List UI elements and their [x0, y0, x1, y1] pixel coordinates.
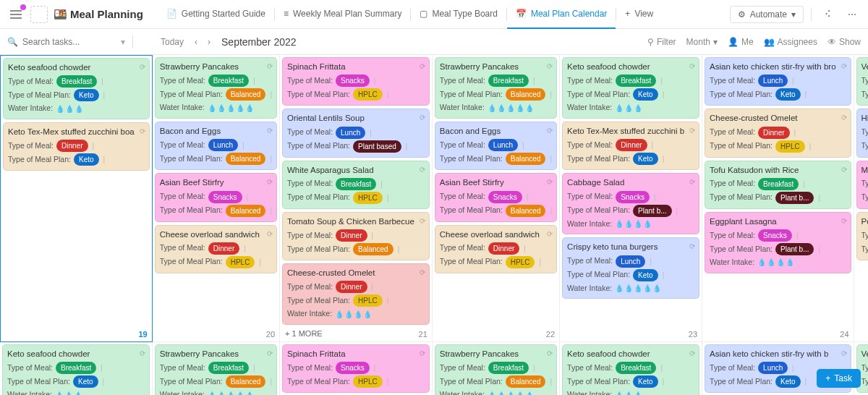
- assignees-button[interactable]: 👥Assignees: [764, 37, 817, 47]
- new-task-button[interactable]: + Task: [817, 369, 861, 388]
- today-button[interactable]: Today: [155, 35, 190, 48]
- card-title: Strawberry Pancakes: [160, 348, 272, 360]
- sync-icon: ⟳: [420, 267, 425, 278]
- calendar-day[interactable]: ⟳Strawberry PancakesType of Meal:Breakfa…: [433, 342, 560, 395]
- show-button[interactable]: 👁Show: [827, 37, 861, 47]
- meal-card[interactable]: ⟳Veggie keto scrambleType of Meal:Breakf…: [856, 57, 868, 106]
- water-drop-icon: 💧: [786, 257, 794, 268]
- tab-weekly-meal-plan-summary[interactable]: ≡Weekly Meal Plan Summary: [275, 0, 411, 29]
- meal-type-pill: Breakfast: [208, 362, 249, 374]
- tab-view[interactable]: +View: [616, 0, 662, 29]
- field-label: Type of Meal:: [861, 75, 868, 87]
- separator: |: [663, 153, 665, 164]
- meal-card[interactable]: ⟳Strawberry PancakesType of Meal:Breakfa…: [155, 57, 277, 119]
- meal-card[interactable]: ⟳Pork Chop & Green BeansType of Meal:Din…: [856, 212, 868, 260]
- meal-card[interactable]: ⟳Strawberry PancakesType of Meal:Breakfa…: [435, 57, 557, 119]
- meal-card[interactable]: ⟳Bacon and EggsType of Meal:Lunch|Type o…: [435, 122, 557, 170]
- robot-icon: ⚙: [738, 9, 746, 20]
- separator: |: [270, 153, 272, 164]
- field-label: Type of Meal:: [710, 362, 755, 374]
- separator: |: [660, 75, 663, 86]
- more-link[interactable]: + 1 MORE: [282, 328, 430, 339]
- calendar-day[interactable]: ⟳Strawberry PancakesType of Meal:Breakfa…: [433, 55, 560, 342]
- separator: |: [398, 244, 400, 255]
- meal-card[interactable]: ⟳Asian keto chicken stir-fry with broTyp…: [705, 57, 851, 106]
- field-label: Type of Meal Plan:: [160, 89, 223, 101]
- tab-getting-started-guide[interactable]: 📄Getting Started Guide: [158, 0, 274, 29]
- meal-card[interactable]: ⟳Tomato Soup & Chicken BarbecueType of M…: [282, 212, 430, 260]
- month-view-button[interactable]: Month ▾: [686, 37, 718, 47]
- me-button[interactable]: 👤Me: [728, 37, 754, 47]
- field-label: Type of Meal:: [8, 140, 54, 152]
- meal-card[interactable]: ⟳High Protein Cobb SaladType of Meal:Lun…: [856, 109, 868, 157]
- tab-meal-type-board[interactable]: ▢Meal Type Board: [411, 0, 506, 29]
- calendar-day[interactable]: ⟳Strawberry PancakesType of Meal:Breakfa…: [153, 55, 280, 342]
- plus-icon: +: [625, 9, 630, 19]
- next-icon[interactable]: ›: [203, 35, 216, 48]
- meal-type-pill: Lunch: [758, 362, 788, 374]
- meal-card[interactable]: ⟳White Asparagus SaladType of Meal:Break…: [282, 161, 430, 209]
- water-drop-icon: 💧: [65, 103, 74, 114]
- meal-card[interactable]: ⟳Tofu Katsudon with RiceType of Meal:Bre…: [705, 161, 851, 209]
- view-icon: ▢: [420, 9, 427, 19]
- menu-icon[interactable]: [7, 6, 25, 23]
- meal-card[interactable]: ⟳Bacon and EggsType of Meal:Lunch|Type o…: [155, 122, 277, 170]
- meal-card[interactable]: ⟳Keto seafood chowderType of Meal:Breakf…: [3, 58, 150, 119]
- separator: |: [242, 140, 244, 150]
- sync-icon: ⟳: [547, 61, 553, 72]
- water-drop-icon: 💧: [776, 257, 785, 268]
- meal-plan-pill: Keto: [633, 88, 658, 101]
- meal-card[interactable]: ⟳Cabbage SaladType of Meal:Snacks|Type o…: [562, 173, 699, 234]
- meal-card[interactable]: ⟳Spinach FrittataType of Meal:Snacks|Typ…: [282, 344, 430, 393]
- calendar-day[interactable]: ⟳Strawberry PancakesType of Meal:Breakfa…: [153, 342, 280, 395]
- tab-meal-plan-calendar[interactable]: 📅Meal Plan Calendar: [507, 0, 616, 29]
- meal-card[interactable]: ⟳Oriental Lentils SoupType of Meal:Lunch…: [282, 109, 430, 157]
- meal-card[interactable]: ⟳Crispy keto tuna burgersType of Meal:Lu…: [562, 237, 699, 299]
- filter-button[interactable]: ⚲Filter: [647, 37, 676, 47]
- meal-card[interactable]: ⟳Strawberry PancakesType of Meal:Breakfa…: [155, 344, 277, 395]
- meal-card[interactable]: ⟳Keto Tex-Mex stuffed zucchini boaType o…: [3, 122, 150, 171]
- calendar-day[interactable]: ⟳Asian keto chicken stir-fry with broTyp…: [702, 55, 854, 342]
- meal-card[interactable]: ⟳Mushroom Soup with Garlic BreType of Me…: [856, 161, 868, 209]
- calendar-day[interactable]: ⟳Keto seafood chowderType of Meal:Breakf…: [0, 342, 153, 395]
- meal-type-pill: Snacks: [616, 191, 650, 203]
- calendar-day[interactable]: ⟳Keto seafood chowderType of Meal:Breakf…: [0, 55, 153, 342]
- meal-card[interactable]: ⟳Cheese-crusted OmeletType of Meal:Dinne…: [705, 109, 851, 157]
- view-tabs: 📄Getting Started Guide≡Weekly Meal Plan …: [158, 0, 730, 29]
- field-label: Type of Meal Plan:: [861, 376, 868, 388]
- toolbar-right: ⚲Filter Month ▾ 👤Me 👥Assignees 👁Show: [647, 37, 861, 47]
- calendar-day[interactable]: ⟳Spinach FrittataType of Meal:Snacks|Typ…: [280, 342, 433, 395]
- meal-card[interactable]: ⟳Cheese overload sandwichType of Meal:Di…: [155, 225, 277, 273]
- calendar-day[interactable]: ⟳Spinach FrittataType of Meal:Snacks|Typ…: [280, 55, 433, 342]
- calendar-day[interactable]: ⟳Keto seafood chowderType of Meal:Breakf…: [560, 342, 702, 395]
- separator: |: [654, 192, 656, 203]
- sync-icon: ⟳: [689, 125, 695, 136]
- meal-card[interactable]: ⟳Asian Beef StirfryType of Meal:Snacks|T…: [435, 173, 557, 221]
- meal-card[interactable]: ⟳Cheese-crusted OmeletType of Meal:Dinne…: [282, 263, 430, 325]
- automate-button[interactable]: ⚙ Automate ▾: [730, 6, 804, 23]
- search-input[interactable]: [22, 37, 116, 47]
- meal-card[interactable]: ⟳Strawberry PancakesType of Meal:Breakfa…: [435, 344, 557, 395]
- chevron-down-icon[interactable]: ▾: [121, 37, 125, 47]
- meal-card[interactable]: ⟳Keto seafood chowderType of Meal:Breakf…: [562, 57, 699, 119]
- separator: |: [650, 256, 652, 267]
- calendar-day[interactable]: ⟳Keto seafood chowderType of Meal:Breakf…: [560, 55, 702, 342]
- field-label: Type of Meal Plan:: [861, 244, 868, 255]
- field-label: Type of Meal Plan:: [710, 376, 773, 388]
- more-icon[interactable]: ⋯: [843, 6, 861, 23]
- water-drop-icon: 💧: [55, 390, 64, 395]
- share-icon[interactable]: ⠪: [819, 6, 836, 23]
- meal-card[interactable]: ⟳Keto seafood chowderType of Meal:Breakf…: [562, 344, 699, 395]
- water-drop-icon: 💧: [634, 103, 642, 114]
- prev-icon[interactable]: ‹: [190, 35, 203, 48]
- meal-card[interactable]: ⟳Keto Tex-Mex stuffed zucchini bType of …: [562, 122, 699, 170]
- field-label: Type of Meal:: [567, 75, 613, 87]
- meal-plan-pill: Keto: [73, 375, 98, 388]
- meal-card[interactable]: ⟳Spinach FrittataType of Meal:Snacks|Typ…: [282, 57, 430, 106]
- calendar-day[interactable]: ⟳Veggie keto scrambleType of Meal:Breakf…: [854, 55, 868, 342]
- meal-card[interactable]: ⟳Cheese overload sandwichType of Meal:Di…: [435, 225, 557, 273]
- meal-card[interactable]: ⟳Asian Beef StirfryType of Meal:Snacks|T…: [155, 173, 277, 221]
- meal-card[interactable]: ⟳Eggplant LasagnaType of Meal:Snacks|Typ…: [705, 212, 851, 273]
- meal-card[interactable]: ⟳Keto seafood chowderType of Meal:Breakf…: [2, 344, 150, 395]
- field-label: Type of Meal:: [8, 76, 54, 88]
